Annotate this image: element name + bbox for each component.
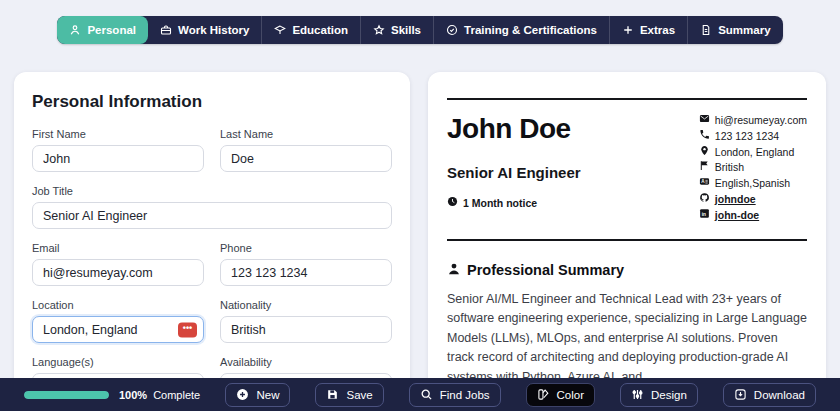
first-name-field: First Name <box>32 128 204 172</box>
github-icon <box>699 192 710 208</box>
nationality-field: Nationality <box>220 299 392 343</box>
main-content: Personal Information First Name Last Nam… <box>14 72 826 411</box>
envelope-icon <box>699 113 710 129</box>
tab-skills[interactable]: Skills <box>360 16 433 44</box>
new-button[interactable]: New <box>225 383 290 407</box>
contact-location: London, England <box>699 145 807 161</box>
location-pin-icon <box>699 145 710 161</box>
tab-personal[interactable]: Personal <box>57 16 148 44</box>
check-circle-icon <box>446 24 458 36</box>
tab-work-history[interactable]: Work History <box>148 16 261 44</box>
location-field: Location ••• <box>32 299 204 343</box>
resume-preview-panel: John Doe Senior AI Engineer 1 Month noti… <box>428 72 826 411</box>
tab-label: Education <box>292 24 348 36</box>
star-icon <box>373 24 385 36</box>
availability-label: Availability <box>220 356 392 368</box>
top-navigation: Personal Work History Education Skills T… <box>0 0 840 44</box>
last-name-field: Last Name <box>220 128 392 172</box>
design-button[interactable]: Design <box>620 383 698 407</box>
contact-email: hi@resumeyay.com <box>699 113 807 129</box>
phone-field: Phone <box>220 242 392 286</box>
contact-languages: A English,Spanish <box>699 176 807 192</box>
completion-progress: 100%Complete <box>24 389 200 401</box>
graduation-cap-icon <box>274 24 286 36</box>
first-name-input[interactable] <box>32 145 204 172</box>
github-link[interactable]: johndoe <box>715 192 756 208</box>
tab-label: Training & Certifications <box>464 24 597 36</box>
nationality-input[interactable] <box>220 316 392 343</box>
sliders-icon <box>631 388 644 401</box>
availability-notice: 1 Month notice <box>447 196 581 209</box>
person-icon <box>447 262 461 279</box>
tab-label: Summary <box>718 24 770 36</box>
first-name-label: First Name <box>32 128 204 140</box>
phone-label: Phone <box>220 242 392 254</box>
resume-header: John Doe Senior AI Engineer 1 Month noti… <box>447 113 807 224</box>
email-field: Email <box>32 242 204 286</box>
progress-percent: 100% <box>119 389 147 401</box>
flag-icon <box>699 160 710 176</box>
contact-github: johndoe <box>699 192 807 208</box>
tab-label: Extras <box>640 24 675 36</box>
download-button[interactable]: Download <box>723 383 816 407</box>
email-input[interactable] <box>32 259 204 286</box>
download-icon <box>734 388 747 401</box>
resume-top-rule <box>447 98 807 100</box>
action-buttons: New Save Find Jobs Color Design Download <box>225 383 816 407</box>
email-label: Email <box>32 242 204 254</box>
personal-info-panel: Personal Information First Name Last Nam… <box>14 72 410 411</box>
summary-section-heading: Professional Summary <box>447 262 807 279</box>
progress-text: 100%Complete <box>119 389 200 401</box>
form-title: Personal Information <box>32 92 392 112</box>
contact-linkedin: in john-doe <box>699 208 807 224</box>
phone-icon <box>699 129 710 145</box>
last-name-label: Last Name <box>220 128 392 140</box>
color-button[interactable]: Color <box>526 383 595 407</box>
progress-label: Complete <box>153 389 200 401</box>
resume-section-rule <box>447 239 807 241</box>
tab-summary[interactable]: Summary <box>687 16 782 44</box>
tab-extras[interactable]: Extras <box>609 16 687 44</box>
resume-name: John Doe <box>447 113 581 145</box>
phone-input[interactable] <box>220 259 392 286</box>
resume-section-tabs: Personal Work History Education Skills T… <box>57 16 782 44</box>
summary-paragraph: Senior AI/ML Engineer and Technical Lead… <box>447 290 807 388</box>
plus-circle-icon <box>236 388 249 401</box>
job-title-input[interactable] <box>32 202 392 229</box>
last-name-input[interactable] <box>220 145 392 172</box>
form-grid: First Name Last Name Job Title Email Pho… <box>32 128 392 400</box>
linkedin-link[interactable]: john-doe <box>715 208 759 224</box>
briefcase-icon <box>160 24 172 36</box>
job-title-field: Job Title <box>32 185 392 229</box>
clock-icon <box>447 196 458 209</box>
save-button[interactable]: Save <box>315 383 383 407</box>
tab-label: Personal <box>87 24 136 36</box>
contact-nationality: British <box>699 160 807 176</box>
text-assistant-extension-icon[interactable]: ••• <box>178 322 197 337</box>
floppy-disk-icon <box>326 388 339 401</box>
tab-label: Skills <box>391 24 421 36</box>
document-icon <box>700 24 712 36</box>
job-title-label: Job Title <box>32 185 392 197</box>
tab-label: Work History <box>178 24 249 36</box>
notice-text: 1 Month notice <box>463 197 537 209</box>
location-label: Location <box>32 299 204 311</box>
svg-text:in: in <box>702 212 706 217</box>
person-icon <box>69 24 81 36</box>
linkedin-icon: in <box>699 208 710 224</box>
color-swatches-icon <box>537 388 550 401</box>
resume-identity: John Doe Senior AI Engineer 1 Month noti… <box>447 113 581 224</box>
contact-phone: 123 123 1234 <box>699 129 807 145</box>
find-jobs-button[interactable]: Find Jobs <box>409 383 501 407</box>
bottom-action-bar: 100%Complete New Save Find Jobs Color De… <box>0 378 840 411</box>
tab-training-certifications[interactable]: Training & Certifications <box>433 16 609 44</box>
contact-list: hi@resumeyay.com 123 123 1234 London, En… <box>699 113 807 224</box>
search-icon <box>420 388 433 401</box>
language-icon: A <box>699 176 710 192</box>
languages-label: Language(s) <box>32 356 204 368</box>
resume-job-title: Senior AI Engineer <box>447 164 581 181</box>
nationality-label: Nationality <box>220 299 392 311</box>
tab-education[interactable]: Education <box>261 16 360 44</box>
plus-icon <box>622 24 634 36</box>
progress-bar <box>24 391 109 399</box>
